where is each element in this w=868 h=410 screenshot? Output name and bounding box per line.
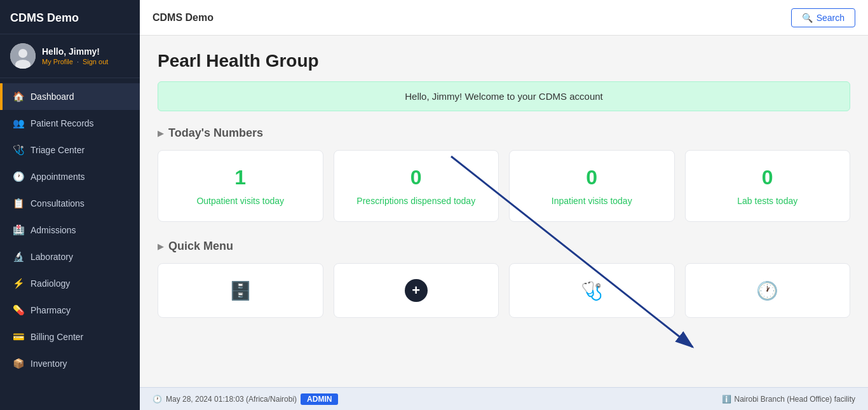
- facility-name: Nairobi Branch (Head Office) facility: [734, 395, 855, 404]
- stat-number-1: 0: [410, 166, 422, 189]
- search-button[interactable]: 🔍 Search: [791, 8, 855, 27]
- database-icon: 🗄️: [229, 280, 252, 301]
- sidebar-item-triage-center[interactable]: 🩺 Triage Center: [0, 137, 140, 163]
- sidebar: CDMS Demo Hello, Jimmy! My Profile · Sig…: [0, 0, 140, 410]
- my-profile-link[interactable]: My Profile: [42, 58, 73, 65]
- pharmacy-icon: 💊: [13, 304, 24, 316]
- statusbar-right: ℹ️ Nairobi Branch (Head Office) facility: [722, 395, 855, 404]
- sidebar-item-pharmacy[interactable]: 💊 Pharmacy: [0, 297, 140, 324]
- statusbar-left: 🕐 May 28, 2024 01:18:03 (Africa/Nairobi)…: [153, 393, 338, 405]
- stat-number-0: 1: [234, 166, 246, 189]
- stat-label-2: Inpatient visits today: [552, 196, 632, 206]
- quick-cards: 🗄️+🩺🕐: [158, 263, 850, 318]
- sidebar-user: Hello, Jimmy! My Profile · Sign out: [0, 34, 140, 78]
- clock-icon: 🕐: [153, 395, 162, 404]
- admissions-icon: 🏥: [13, 224, 24, 236]
- sidebar-label-laboratory: Laboratory: [31, 252, 73, 262]
- quick-menu-arrow-icon: ▶: [158, 242, 163, 251]
- avatar: [10, 43, 36, 69]
- add-icon: +: [405, 279, 428, 302]
- sidebar-item-appointments[interactable]: 🕐 Appointments: [0, 163, 140, 190]
- quick-card-0[interactable]: 🗄️: [158, 263, 323, 318]
- appointments-icon: 🕐: [13, 171, 24, 182]
- stat-label-0: Outpatient visits today: [196, 196, 284, 206]
- user-info: Hello, Jimmy! My Profile · Sign out: [42, 46, 108, 65]
- datetime: May 28, 2024 01:18:03 (Africa/Nairobi): [166, 395, 297, 404]
- radiology-icon: ⚡: [13, 278, 24, 289]
- consultations-icon: 📋: [13, 198, 24, 209]
- admin-badge: ADMIN: [301, 393, 338, 405]
- stat-label-1: Prescriptions dispensed today: [356, 196, 475, 206]
- sidebar-label-appointments: Appointments: [31, 172, 85, 182]
- sidebar-item-dashboard[interactable]: 🏠 Dashboard: [0, 83, 140, 110]
- welcome-banner: Hello, Jimmy! Welcome to your CDMS accou…: [158, 81, 850, 111]
- stats-cards: 1 Outpatient visits today 0 Prescription…: [158, 150, 850, 222]
- sidebar-label-triage-center: Triage Center: [31, 145, 85, 155]
- quick-menu-label: Quick Menu: [168, 240, 233, 253]
- sidebar-item-radiology[interactable]: ⚡ Radiology: [0, 270, 140, 297]
- sidebar-item-consultations[interactable]: 📋 Consultations: [0, 190, 140, 217]
- main-wrapper: CDMS Demo 🔍 Search Pearl Health Group He…: [140, 0, 868, 410]
- section-arrow-icon: ▶: [158, 129, 163, 138]
- clock-icon: 🕐: [756, 280, 778, 301]
- quick-card-1[interactable]: +: [334, 263, 499, 318]
- sidebar-item-laboratory[interactable]: 🔬 Laboratory: [0, 243, 140, 270]
- topbar: CDMS Demo 🔍 Search: [140, 0, 868, 36]
- stat-number-3: 0: [762, 166, 773, 189]
- sidebar-label-billing-center: Billing Center: [31, 332, 83, 342]
- todays-numbers-section[interactable]: ▶ Today's Numbers: [158, 126, 850, 140]
- quick-card-3[interactable]: 🕐: [685, 263, 851, 318]
- search-icon: 🔍: [802, 13, 813, 23]
- sidebar-label-admissions: Admissions: [31, 225, 76, 235]
- facility-icon: ℹ️: [722, 395, 731, 404]
- user-name: Hello, Jimmy!: [42, 46, 108, 57]
- user-links: My Profile · Sign out: [42, 58, 108, 65]
- inventory-icon: 📦: [13, 358, 24, 369]
- dashboard-icon: 🏠: [13, 91, 24, 102]
- topbar-title: CDMS Demo: [153, 12, 214, 24]
- sidebar-item-inventory[interactable]: 📦 Inventory: [0, 350, 140, 377]
- stat-card-3: 0 Lab tests today: [685, 150, 851, 222]
- statusbar: 🕐 May 28, 2024 01:18:03 (Africa/Nairobi)…: [140, 387, 868, 410]
- sign-out-link[interactable]: Sign out: [83, 58, 108, 65]
- sidebar-item-patient-records[interactable]: 👥 Patient Records: [0, 110, 140, 137]
- nav-menu: 🏠 Dashboard 👥 Patient Records 🩺 Triage C…: [0, 78, 140, 410]
- sidebar-label-radiology: Radiology: [31, 278, 70, 289]
- sidebar-label-pharmacy: Pharmacy: [31, 305, 71, 315]
- patient-records-icon: 👥: [13, 118, 24, 129]
- page-title: Pearl Health Group: [158, 51, 850, 71]
- stat-card-2: 0 Inpatient visits today: [509, 150, 675, 222]
- sidebar-brand: CDMS Demo: [0, 0, 140, 34]
- triage-center-icon: 🩺: [13, 144, 24, 156]
- billing-center-icon: 💳: [13, 331, 24, 343]
- stat-number-2: 0: [586, 166, 597, 189]
- sidebar-label-patient-records: Patient Records: [31, 118, 94, 128]
- sidebar-label-consultations: Consultations: [31, 198, 85, 208]
- quick-card-2[interactable]: 🩺: [509, 263, 675, 318]
- svg-point-1: [18, 49, 27, 58]
- content: Pearl Health Group Hello, Jimmy! Welcome…: [140, 36, 868, 387]
- stethoscope-icon: 🩺: [581, 280, 603, 301]
- stat-card-1: 0 Prescriptions dispensed today: [334, 150, 499, 222]
- sidebar-item-billing-center[interactable]: 💳 Billing Center: [0, 324, 140, 350]
- stat-label-3: Lab tests today: [737, 196, 797, 206]
- stat-card-0: 1 Outpatient visits today: [158, 150, 323, 222]
- sidebar-item-admissions[interactable]: 🏥 Admissions: [0, 217, 140, 243]
- sidebar-label-inventory: Inventory: [31, 359, 67, 369]
- sidebar-label-dashboard: Dashboard: [31, 92, 74, 102]
- todays-numbers-label: Today's Numbers: [168, 126, 263, 140]
- quick-menu-section[interactable]: ▶ Quick Menu: [158, 240, 850, 253]
- laboratory-icon: 🔬: [13, 251, 24, 263]
- search-label: Search: [817, 13, 844, 23]
